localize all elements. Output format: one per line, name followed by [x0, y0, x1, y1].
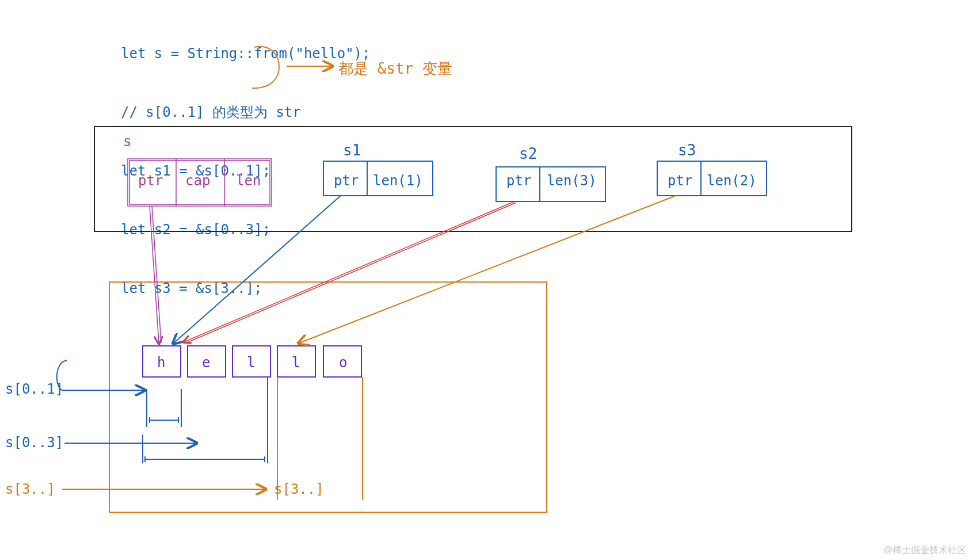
svg-line-15	[150, 206, 159, 343]
svg-line-18	[186, 203, 516, 343]
stack-frame-box	[94, 127, 852, 231]
arrow-s-ptr	[150, 206, 161, 343]
svg-rect-6	[496, 167, 605, 201]
diagram-svg	[0, 0, 972, 560]
svg-rect-12	[232, 346, 270, 377]
heap-cells	[143, 346, 361, 377]
heap-box	[109, 282, 547, 512]
bracket-curve	[252, 47, 279, 88]
svg-line-16	[152, 206, 161, 343]
arrow-s2-ptr	[184, 201, 516, 343]
s2-box	[496, 167, 605, 201]
range-3-end	[62, 377, 363, 500]
svg-rect-11	[188, 346, 226, 377]
svg-rect-4	[323, 161, 433, 196]
s1-box	[323, 161, 433, 196]
svg-line-17	[184, 201, 514, 342]
s-box	[128, 159, 272, 206]
svg-rect-13	[277, 346, 315, 377]
range-0-1	[57, 360, 181, 427]
svg-rect-0	[128, 159, 272, 206]
arrow-s1-ptr	[174, 196, 341, 343]
svg-rect-14	[323, 346, 361, 377]
svg-rect-1	[129, 161, 270, 204]
svg-rect-10	[143, 346, 181, 377]
svg-rect-8	[657, 161, 767, 196]
s3-box	[657, 161, 767, 196]
